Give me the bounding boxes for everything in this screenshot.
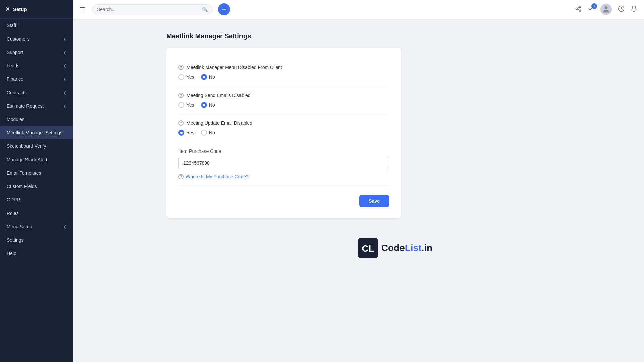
radio-label-menu-disabled-no: No (209, 74, 215, 80)
add-button[interactable]: + (218, 3, 230, 15)
sidebar-item-staff[interactable]: Staff (0, 19, 73, 32)
radio-option-send-emails-disabled-no[interactable]: No (201, 102, 215, 108)
sidebar-item-gdpr[interactable]: GDPR (0, 193, 73, 206)
sidebar-item-leads[interactable]: Leads❮ (0, 59, 73, 72)
bell-icon[interactable] (631, 5, 637, 14)
sidebar-item-manage-slack-alert[interactable]: Manage Slack Alert (0, 153, 73, 166)
radio-group-menu-disabled: YesNo (178, 74, 389, 80)
help-icon-purchase: ? (178, 174, 184, 179)
sidebar-item-label-email-templates: Email Templates (7, 170, 41, 176)
setting-row-send-emails-disabled: ?Meeting Send Emails DisabledYesNo (178, 86, 389, 114)
save-section: Save (178, 195, 389, 207)
sidebar-item-label-leads: Leads (7, 63, 19, 68)
radio-label-send-emails-disabled-yes: Yes (186, 102, 194, 108)
close-icon[interactable]: ✕ (5, 6, 10, 12)
sidebar-title: Setup (13, 6, 27, 12)
svg-point-5 (604, 6, 607, 9)
radio-group-send-emails-disabled: YesNo (178, 102, 389, 108)
setting-label-send-emails-disabled: ?Meeting Send Emails Disabled (178, 93, 389, 98)
radio-option-menu-disabled-no[interactable]: No (201, 74, 215, 80)
main-content: Meetlink Manager Settings ?Meetlink Mana… (146, 19, 644, 362)
logo-text: CodeList.in (381, 243, 432, 253)
radio-circle-update-email-disabled-no (201, 130, 207, 136)
sidebar-item-label-modules: Modules (7, 117, 24, 122)
clock-icon[interactable] (618, 5, 625, 14)
purchase-code-link[interactable]: ? Where Is My Purchase Code? (178, 174, 389, 179)
sidebar-item-settings[interactable]: Settings (0, 233, 73, 247)
page-title: Meetlink Manager Settings (166, 32, 624, 40)
sidebar-item-help[interactable]: Help (0, 247, 73, 260)
purchase-code-input[interactable] (178, 157, 389, 169)
sidebar-item-label-gdpr: GDPR (7, 197, 20, 202)
sidebar-item-label-finance: Finance (7, 76, 23, 82)
logo-icon: CL (358, 238, 378, 258)
setting-label-menu-disabled: ?Meetlink Manager Menu Disabled From Cli… (178, 65, 389, 70)
purchase-code-section: Item Purchase Code ? Where Is My Purchas… (178, 142, 389, 186)
radio-circle-update-email-disabled-yes (178, 130, 184, 136)
chevron-icon-support: ❮ (63, 50, 66, 55)
svg-line-4 (577, 7, 579, 8)
sidebar-item-modules[interactable]: Modules (0, 113, 73, 126)
sidebar-item-label-settings: Settings (7, 237, 24, 243)
radio-option-update-email-disabled-yes[interactable]: Yes (178, 130, 194, 136)
sidebar-item-label-manage-slack-alert: Manage Slack Alert (7, 157, 47, 162)
sidebar-item-label-sketchboard-verify: Sketchboard Verify (7, 143, 46, 149)
chevron-icon-estimate-request: ❮ (63, 104, 66, 108)
radio-circle-menu-disabled-no (201, 74, 207, 80)
sidebar-item-label-staff: Staff (7, 23, 16, 28)
sidebar-item-label-help: Help (7, 251, 16, 256)
radio-label-update-email-disabled-yes: Yes (186, 130, 194, 135)
purchase-link-text: Where Is My Purchase Code? (186, 174, 249, 179)
save-button[interactable]: Save (359, 195, 389, 207)
setting-label-text-menu-disabled: Meetlink Manager Menu Disabled From Clie… (186, 65, 282, 70)
checkmark-icon[interactable]: 1 (588, 5, 594, 14)
chevron-icon-leads: ❮ (63, 64, 66, 68)
sidebar-item-contracts[interactable]: Contracts❮ (0, 86, 73, 99)
radio-label-send-emails-disabled-no: No (209, 102, 215, 108)
sidebar-item-label-meetlink-manager-settings: Meetlink Manager Settings (7, 130, 62, 135)
sidebar-item-custom-fields[interactable]: Custom Fields (0, 180, 73, 193)
radio-option-update-email-disabled-no[interactable]: No (201, 130, 215, 136)
search-icon: 🔍 (202, 7, 208, 12)
sidebar-item-label-estimate-request: Estimate Request (7, 103, 44, 109)
setting-label-text-update-email-disabled: Meeting Update Email Disabled (186, 120, 252, 126)
topbar: ☰ 🔍 + 1 (73, 0, 644, 19)
sidebar-item-label-custom-fields: Custom Fields (7, 184, 37, 189)
menu-toggle-icon[interactable]: ☰ (80, 6, 85, 13)
sidebar-item-menu-setup[interactable]: Menu Setup❮ (0, 220, 73, 233)
help-icon-menu-disabled[interactable]: ? (178, 65, 184, 70)
setting-label-text-send-emails-disabled: Meeting Send Emails Disabled (186, 93, 251, 98)
sidebar-item-label-contracts: Contracts (7, 90, 27, 95)
settings-card: ?Meetlink Manager Menu Disabled From Cli… (166, 48, 401, 218)
chevron-icon-customers: ❮ (63, 37, 66, 41)
sidebar-item-label-menu-setup: Menu Setup (7, 224, 32, 229)
sidebar-item-finance[interactable]: Finance❮ (0, 72, 73, 86)
sidebar-item-roles[interactable]: Roles (0, 206, 73, 220)
sidebar-item-label-customers: Customers (7, 36, 30, 42)
sidebar-item-label-support: Support (7, 50, 23, 55)
sidebar-item-sketchboard-verify[interactable]: Sketchboard Verify (0, 139, 73, 153)
share-icon[interactable] (575, 5, 582, 14)
setting-row-update-email-disabled: ?Meeting Update Email DisabledYesNo (178, 114, 389, 142)
help-icon-update-email-disabled[interactable]: ? (178, 120, 184, 126)
avatar[interactable] (600, 4, 612, 15)
search-box: 🔍 (92, 4, 213, 14)
sidebar-item-meetlink-manager-settings[interactable]: Meetlink Manager Settings (0, 126, 73, 139)
sidebar-item-support[interactable]: Support❮ (0, 46, 73, 59)
sidebar-item-estimate-request[interactable]: Estimate Request❮ (0, 99, 73, 113)
radio-label-menu-disabled-yes: Yes (186, 74, 194, 80)
svg-text:CL: CL (362, 243, 374, 254)
help-icon-send-emails-disabled[interactable]: ? (178, 93, 184, 98)
sidebar-header: ✕ Setup (0, 0, 73, 19)
sidebar-item-email-templates[interactable]: Email Templates (0, 166, 73, 180)
radio-circle-send-emails-disabled-no (201, 102, 207, 108)
radio-option-menu-disabled-yes[interactable]: Yes (178, 74, 194, 80)
radio-circle-send-emails-disabled-yes (178, 102, 184, 108)
sidebar: ✕ Setup StaffCustomers❮Support❮Leads❮Fin… (0, 0, 73, 362)
notification-badge: 1 (591, 3, 597, 9)
chevron-icon-contracts: ❮ (63, 90, 66, 95)
search-input[interactable] (97, 7, 199, 12)
sidebar-item-customers[interactable]: Customers❮ (0, 32, 73, 46)
radio-option-send-emails-disabled-yes[interactable]: Yes (178, 102, 194, 108)
sidebar-item-label-roles: Roles (7, 210, 19, 216)
